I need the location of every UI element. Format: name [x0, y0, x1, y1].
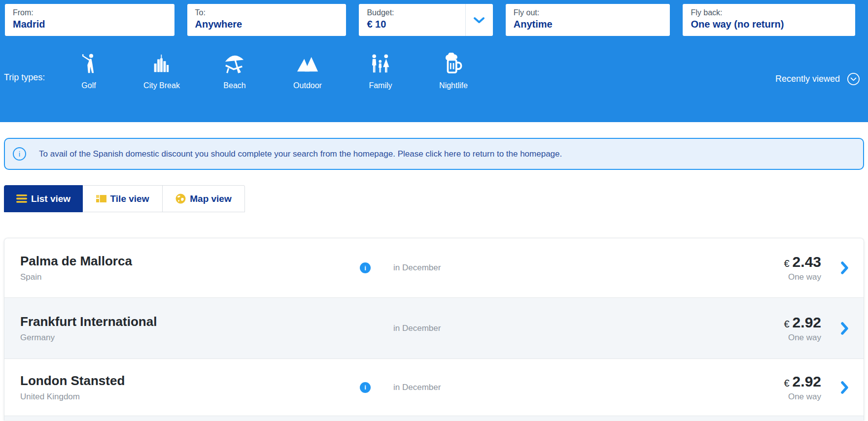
trip-type-label: Family: [369, 81, 392, 90]
tile-view-icon: [96, 194, 106, 203]
fly-back-label: Fly back:: [691, 8, 855, 17]
trip-types-label: Trip types:: [4, 72, 45, 83]
price-block: €2.92 One way: [784, 373, 821, 402]
info-icon[interactable]: i: [360, 262, 371, 273]
result-row[interactable]: London Stansted United Kingdom i in Dece…: [4, 358, 864, 416]
chevron-down-circle-icon: [847, 72, 860, 86]
currency-symbol: €: [784, 378, 789, 389]
result-row[interactable]: Frankfurt International Germany in Decem…: [4, 297, 864, 358]
to-value: Anywhere: [195, 19, 347, 30]
chevron-column: [821, 261, 852, 275]
beach-icon: [223, 53, 246, 75]
chevron-right-icon[interactable]: [840, 261, 849, 275]
fare-type: One way: [784, 392, 821, 402]
trip-type-beach[interactable]: Beach: [198, 53, 271, 90]
fly-out-label: Fly out:: [514, 8, 670, 17]
price-amount: 2.92: [793, 314, 821, 330]
trip-type-outdoor[interactable]: Outdoor: [271, 53, 344, 90]
chevron-down-icon: [473, 17, 485, 24]
trip-type-label: Outdoor: [293, 81, 322, 90]
trip-types-row: Trip types: Golf: [0, 53, 868, 107]
destination-info: Frankfurt International Germany: [20, 314, 353, 343]
currency-symbol: €: [784, 319, 789, 329]
budget-field[interactable]: Budget: € 10: [359, 4, 492, 36]
destination-name: Frankfurt International: [20, 314, 353, 329]
notice-text-before: To avail of the Spanish domestic discoun…: [39, 149, 425, 159]
nightlife-icon: [442, 53, 465, 75]
destination-info: London Stansted United Kingdom: [20, 373, 353, 402]
tab-tile-view[interactable]: Tile view: [83, 185, 163, 212]
tab-label: List view: [31, 194, 70, 204]
travel-period: in December: [393, 263, 441, 273]
info-column: i: [353, 382, 378, 393]
homepage-link[interactable]: click here: [425, 149, 461, 159]
fare-type: One way: [784, 333, 821, 343]
to-label: To:: [195, 8, 347, 17]
to-field[interactable]: To: Anywhere: [187, 4, 347, 36]
info-column: i: [353, 262, 378, 273]
fly-back-field[interactable]: Fly back: One way (no return): [683, 4, 855, 36]
destination-country: United Kingdom: [20, 392, 353, 402]
info-icon[interactable]: i: [360, 382, 371, 393]
price-block: €2.92 One way: [784, 314, 821, 343]
view-tabs: List view Tile view Map view: [4, 185, 868, 212]
recently-viewed-label: Recently viewed: [775, 74, 840, 84]
golf-icon: [77, 53, 100, 75]
chevron-column: [821, 381, 852, 394]
city-break-icon: [150, 53, 173, 75]
trip-type-golf[interactable]: Golf: [52, 53, 125, 90]
tab-list-view[interactable]: List view: [4, 185, 83, 212]
chevron-right-icon[interactable]: [840, 381, 849, 394]
travel-period: in December: [393, 383, 441, 392]
tab-label: Tile view: [110, 194, 149, 204]
destination-country: Spain: [20, 272, 353, 282]
domestic-discount-notice: i To avail of the Spanish domestic disco…: [4, 138, 864, 170]
map-view-icon: [175, 194, 186, 204]
notice-text-after: to return to the homepage.: [461, 149, 562, 159]
chevron-column: [821, 322, 852, 335]
tab-map-view[interactable]: Map view: [163, 185, 245, 212]
family-icon: [369, 53, 392, 75]
price-amount: 2.92: [793, 373, 821, 389]
budget-dropdown-button[interactable]: [465, 4, 493, 36]
recently-viewed-button[interactable]: Recently viewed: [775, 72, 860, 86]
fare-finder-page: From: Madrid To: Anywhere Budget: € 10 F…: [0, 0, 868, 421]
from-field[interactable]: From: Madrid: [5, 4, 174, 36]
trip-type-label: Beach: [223, 81, 245, 90]
outdoor-icon: [296, 53, 319, 75]
price-block: €2.43 One way: [784, 254, 821, 282]
trip-type-label: City Break: [143, 81, 180, 90]
notice-text: To avail of the Spanish domestic discoun…: [39, 149, 562, 159]
trip-type-city-break[interactable]: City Break: [125, 53, 198, 90]
result-row-partial: [4, 416, 864, 421]
fly-out-field[interactable]: Fly out: Anytime: [506, 4, 670, 36]
price-amount: 2.43: [793, 254, 821, 270]
fare-type: One way: [784, 272, 821, 282]
trip-type-label: Golf: [81, 81, 96, 90]
trip-type-family[interactable]: Family: [344, 53, 417, 90]
search-fields-row: From: Madrid To: Anywhere Budget: € 10 F…: [0, 0, 868, 36]
currency-symbol: €: [784, 258, 789, 269]
from-label: From:: [13, 8, 174, 17]
fly-back-value: One way (no return): [691, 19, 855, 30]
from-value: Madrid: [13, 19, 174, 30]
results-list: Palma de Mallorca Spain i in December €2…: [4, 238, 864, 421]
chevron-right-icon[interactable]: [840, 322, 849, 335]
list-view-icon: [16, 194, 27, 203]
trip-type-list: Golf City Break: [52, 53, 868, 90]
tab-label: Map view: [190, 194, 231, 204]
fly-out-value: Anytime: [514, 19, 670, 30]
destination-info: Palma de Mallorca Spain: [20, 254, 353, 282]
search-header: From: Madrid To: Anywhere Budget: € 10 F…: [0, 0, 868, 122]
destination-name: London Stansted: [20, 373, 353, 389]
trip-type-label: Nightlife: [439, 81, 468, 90]
result-row[interactable]: Palma de Mallorca Spain i in December €2…: [4, 238, 864, 297]
destination-name: Palma de Mallorca: [20, 254, 353, 269]
info-icon: i: [13, 147, 26, 161]
travel-period: in December: [393, 324, 441, 333]
trip-type-nightlife[interactable]: Nightlife: [417, 53, 490, 90]
destination-country: Germany: [20, 333, 353, 343]
